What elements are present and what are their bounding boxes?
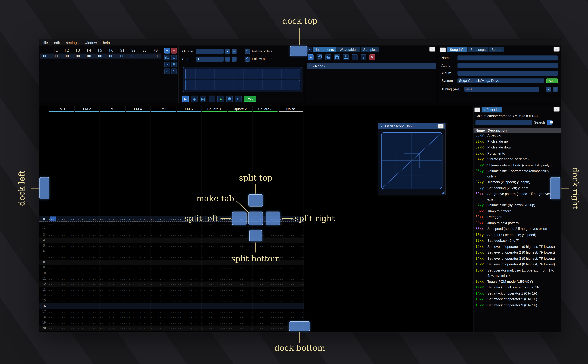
pattern-cell[interactable]: ... .. .. ....: [201, 272, 227, 275]
pattern-cell[interactable]: ... .. .. ....: [151, 326, 176, 330]
dock-target-split-bottom[interactable]: [249, 230, 262, 241]
play-from-cursor-button[interactable]: ↓: [209, 96, 215, 102]
tuning-input[interactable]: [464, 87, 539, 91]
pattern-cell[interactable]: ... .. .. ....: [227, 244, 252, 247]
dock-target-bottom[interactable]: [289, 321, 310, 331]
remove-order-button[interactable]: −: [171, 48, 177, 53]
save-instrument-button[interactable]: [334, 54, 340, 60]
pattern-cell[interactable]: ... .. .. ....: [252, 250, 278, 253]
tab-wavetables[interactable]: Wavetables: [337, 47, 360, 52]
pattern-cell[interactable]: ... .. .. ....: [176, 266, 201, 269]
pattern-cell[interactable]: ... .. .. ....: [278, 244, 303, 247]
pattern-cell[interactable]: ... .. .. ....: [99, 293, 125, 297]
collapse-icon[interactable]: ▼: [474, 108, 480, 112]
pattern-cell[interactable]: ... .. .. ....: [176, 233, 201, 237]
pattern-cell[interactable]: ... .. .. ....: [125, 272, 151, 275]
pattern-cell[interactable]: ... .. .. ....: [49, 250, 74, 253]
resize-grip[interactable]: [441, 191, 444, 194]
pattern-cell[interactable]: ... .. .. ....: [125, 239, 151, 242]
pattern-cell[interactable]: ... .. .. ....: [227, 321, 252, 324]
pattern-cell[interactable]: ... .. .. ....: [252, 310, 278, 313]
pattern-cell[interactable]: ... .. .. ....: [49, 239, 74, 242]
pattern-cell[interactable]: ... .. .. ....: [49, 332, 74, 332]
pattern-cell[interactable]: ... .. .. ....: [278, 310, 303, 313]
pattern-cell[interactable]: ... .. .. ....: [227, 299, 252, 302]
dock-target-right[interactable]: [550, 177, 561, 199]
pattern-cell[interactable]: ... .. .. ....: [278, 266, 303, 269]
pattern-cell[interactable]: ... .. .. ....: [252, 293, 278, 297]
pattern-cell[interactable]: ... .. .. ....: [49, 326, 74, 330]
pattern-cell[interactable]: ... .. .. ....: [99, 299, 125, 302]
pattern-cell[interactable]: ... .. .. ....: [151, 282, 176, 286]
delete-instrument-button[interactable]: ✖: [369, 54, 375, 60]
pattern-cell[interactable]: ... .. .. ....: [201, 310, 227, 313]
pattern-cell[interactable]: ... .. .. ....: [74, 321, 99, 324]
pattern-cell[interactable]: ... .. .. ....: [74, 266, 99, 269]
pattern-cell[interactable]: ... .. .. ....: [74, 233, 99, 237]
pattern-cell[interactable]: ... .. .. ....: [151, 272, 176, 275]
pattern-cell[interactable]: ... .. .. ....: [227, 239, 252, 242]
pattern-cell[interactable]: ... .. .. ....: [74, 222, 99, 226]
pattern-cell[interactable]: ... .. .. ....: [227, 282, 252, 286]
edit-record-button[interactable]: ●: [218, 96, 224, 102]
pattern-cell[interactable]: ... .. .. ....: [201, 293, 227, 297]
pattern-cell[interactable]: ... .. .. ....: [252, 266, 278, 269]
pattern-cell[interactable]: ... .. .. ....: [74, 315, 99, 319]
oscilloscope-title-bar[interactable]: ▼ Oscilloscope (X-Y) ×: [378, 123, 445, 129]
pattern-cell[interactable]: ... .. .. ....: [176, 293, 201, 297]
dock-target-split-right[interactable]: [266, 212, 280, 225]
pattern-cell[interactable]: ... .. .. ....: [125, 217, 151, 221]
step-input[interactable]: [196, 56, 224, 61]
pattern-cell[interactable]: ... .. .. ....: [49, 288, 74, 291]
channel-header-square-1[interactable]: Square 1: [201, 106, 227, 112]
pattern-cell[interactable]: ... .. .. ....: [49, 282, 74, 286]
pattern-cell[interactable]: ... .. .. ....: [176, 260, 201, 264]
pattern-cell[interactable]: ... .. .. ....: [252, 332, 278, 332]
order-cell-S3[interactable]: 00: [139, 54, 150, 58]
pattern-cell[interactable]: ... .. .. ....: [99, 244, 125, 247]
pattern-cell[interactable]: ... .. .. ....: [201, 260, 227, 264]
pattern-cell[interactable]: ... .. .. ....: [278, 272, 303, 275]
pattern-cell[interactable]: ... .. .. ....: [151, 310, 176, 313]
pattern-cell[interactable]: ... .. .. ....: [227, 228, 252, 231]
pattern-cell[interactable]: ... .. .. ....: [252, 299, 278, 302]
tab-instruments[interactable]: Instruments: [313, 47, 337, 52]
add-instrument-button[interactable]: +: [308, 54, 314, 60]
pattern-cell[interactable]: ... .. .. ....: [49, 260, 74, 264]
pattern-cell[interactable]: ... .. .. ....: [74, 217, 99, 221]
pattern-cell[interactable]: ... .. .. ....: [99, 282, 125, 286]
pattern-cell[interactable]: ... .. .. ....: [176, 321, 201, 324]
tab-speed[interactable]: Speed: [489, 47, 504, 52]
pattern-cell[interactable]: ... .. .. ....: [227, 288, 252, 291]
pattern-cell[interactable]: ... .. .. ....: [99, 332, 125, 332]
pattern-cell[interactable]: ... .. .. ....: [278, 239, 303, 242]
pattern-cell[interactable]: ... .. .. ....: [125, 255, 151, 259]
pattern-cell[interactable]: ... .. .. ....: [151, 321, 176, 324]
pattern-cell[interactable]: ... .. .. ....: [227, 272, 252, 275]
step-decrease-button[interactable]: -: [225, 56, 230, 61]
move-order-up-button[interactable]: ▲: [171, 55, 177, 60]
pattern-cell[interactable]: ... .. .. ....: [252, 321, 278, 324]
pattern-cell[interactable]: ... .. .. ....: [74, 272, 99, 275]
dock-target-split-left[interactable]: [232, 212, 246, 225]
duplicate-instrument-button[interactable]: [317, 54, 322, 60]
pattern-cell[interactable]: ... .. .. ....: [252, 315, 278, 319]
channel-header-fm-1[interactable]: FM 1: [49, 106, 74, 112]
effect-search-input[interactable]: [476, 120, 532, 125]
menu-item-help[interactable]: help: [103, 40, 110, 45]
pattern-cell[interactable]: ... .. .. ....: [74, 310, 99, 313]
pattern-cell[interactable]: ... .. .. ....: [201, 326, 227, 330]
pattern-cell[interactable]: ... .. .. ....: [99, 228, 125, 231]
channel-header-fm-5[interactable]: FM 5: [151, 106, 176, 112]
change-all-orders-button[interactable]: ⇄: [164, 69, 170, 74]
pattern-cell[interactable]: ... .. .. ....: [99, 277, 125, 280]
pattern-cell[interactable]: ... .. .. ....: [151, 288, 176, 291]
pattern-cell[interactable]: ... .. .. ....: [176, 326, 201, 330]
pattern-cell[interactable]: ... .. .. ....: [99, 321, 125, 324]
pattern-cell[interactable]: ... .. .. ....: [74, 255, 99, 259]
metronome-button[interactable]: [226, 96, 233, 102]
dock-target-left[interactable]: [40, 177, 49, 199]
poly-mode-button[interactable]: Poly: [244, 96, 256, 102]
pattern-options-button[interactable]: ++: [40, 106, 49, 112]
pattern-cell[interactable]: ... .. .. ....: [125, 233, 151, 237]
